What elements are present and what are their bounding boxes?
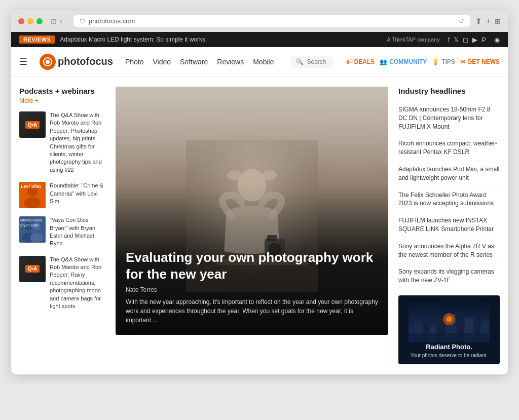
ad-cityscape	[409, 301, 490, 342]
headline-item[interactable]: Sony expands its vlogging cameras with t…	[398, 263, 500, 289]
photofocus-logo-svg	[43, 57, 53, 67]
site-logo[interactable]: photofocus	[40, 54, 113, 70]
svg-point-10	[30, 233, 43, 243]
rss-icon[interactable]: ◉	[494, 36, 500, 44]
tips-label: TIPS	[441, 58, 455, 65]
headline-item[interactable]: The Felix Schoeller Photo Award 2023 is …	[398, 187, 500, 213]
svg-point-15	[227, 170, 241, 180]
tips-button[interactable]: 💡 TIPS	[432, 58, 455, 65]
nav-software[interactable]: Software	[180, 58, 208, 66]
get-news-button[interactable]: ✉ GET NEWS	[460, 58, 500, 65]
back-button[interactable]: ‹	[60, 17, 62, 26]
nav-reviews[interactable]: Reviews	[217, 58, 244, 66]
headline-item[interactable]: Sony announces the Alpha 7R V as the new…	[398, 238, 500, 264]
announcement-left: REVIEWS Adaptalux Macro LED light system…	[19, 35, 205, 44]
youtube-icon[interactable]: ▶	[472, 36, 477, 44]
thinktap-label: A ThinkTAP company	[387, 36, 440, 43]
logo-icon	[40, 54, 56, 70]
podcasts-sidebar: Podcasts + webinars More + Q•A The Q&A S…	[19, 87, 105, 364]
levi-sim-avatar: Levi Slim	[19, 182, 46, 208]
instagram-icon[interactable]: ◻	[463, 36, 468, 44]
browser-dots	[18, 18, 43, 24]
hero-title: Evaluating your own photography work for…	[126, 249, 378, 282]
twitter-icon[interactable]: 𝕏	[454, 36, 459, 44]
maximize-dot[interactable]	[36, 18, 43, 24]
hamburger-menu[interactable]: ☰	[19, 56, 27, 67]
website-content: REVIEWS Adaptalux Macro LED light system…	[11, 32, 508, 374]
bryan-esler-avatar: Michael Ryno Bryan Esler	[19, 216, 46, 243]
svg-point-14	[238, 169, 266, 202]
shield-icon: 🛡	[80, 18, 86, 25]
qa-badge2: Q•A	[25, 265, 40, 273]
svg-point-33	[446, 316, 452, 322]
ad-subtitle: Your photos deserve to be radiant.	[404, 353, 494, 358]
browser-titlebar: ⊡ ‹ › 🛡 photofocus.com ↺ ⬆ + ⊞	[11, 10, 508, 32]
search-bar[interactable]: 🔍	[290, 56, 333, 68]
community-button[interactable]: 👥 COMMUNITY	[380, 58, 427, 65]
announcement-bar: REVIEWS Adaptalux Macro LED light system…	[11, 32, 508, 47]
pinterest-icon[interactable]: P	[481, 36, 486, 44]
nav-photo[interactable]: Photo	[125, 58, 144, 66]
podcast-text-1: The Q&A Show with Rob Moroto and Ron Pep…	[50, 111, 105, 174]
search-icon: 🔍	[296, 58, 304, 65]
headline-item[interactable]: Ricoh announces compact, weather-resista…	[398, 135, 500, 161]
podcast-item[interactable]: Levi Slim Roundtable: "Crime & Cameras" …	[19, 182, 105, 208]
svg-point-16	[263, 170, 277, 180]
ad-banner[interactable]: Radiant Photo. Your photos deserve to be…	[398, 295, 500, 364]
close-dot[interactable]	[18, 18, 24, 24]
deals-label: DEALS	[354, 58, 375, 65]
podcast-text-2: Roundtable: "Crime & Cameras" with Levi …	[50, 182, 105, 205]
svg-text:Levi Slim: Levi Slim	[21, 184, 41, 189]
svg-point-1	[46, 60, 50, 64]
reload-icon[interactable]: ↺	[459, 17, 464, 25]
podcast-item[interactable]: Q•A The Q&A Show with Rob Moroto and Ron…	[19, 111, 105, 174]
browser-window: ⊡ ‹ › 🛡 photofocus.com ↺ ⬆ + ⊞ REVIEWS A…	[11, 10, 508, 374]
main-navigation: ☰ photofocus Photo Video Software Review…	[11, 47, 508, 77]
browser-action-buttons: ⬆ + ⊞	[475, 17, 501, 26]
headline-item[interactable]: Adaptalux launches Pod Mini, a small and…	[398, 161, 500, 187]
minimize-dot[interactable]	[27, 18, 33, 24]
qa-badge: Q•A	[25, 121, 40, 129]
headlines-title: Industry headlines	[398, 87, 500, 95]
sidebar-title: Podcasts + webinars	[19, 87, 105, 95]
reviews-badge[interactable]: REVIEWS	[19, 35, 55, 44]
svg-rect-34	[409, 333, 490, 342]
search-input[interactable]	[307, 58, 327, 65]
hero-content: Evaluating your own photography work for…	[116, 239, 388, 335]
podcast-item[interactable]: Michael Ryno Bryan Esler "Vaya Con Dios …	[19, 216, 105, 248]
facebook-icon[interactable]: f	[448, 36, 450, 44]
nav-video[interactable]: Video	[153, 58, 171, 66]
sidebar-toggle-icon[interactable]: ⊡	[51, 17, 57, 25]
ad-title: Radiant Photo.	[404, 343, 494, 351]
podcast-text-4: The Q&A Show with Rob Moroto and Ron Pep…	[50, 256, 105, 311]
nav-actions: 🏷 DEALS 👥 COMMUNITY 💡 TIPS ✉ GET NEWS	[346, 58, 500, 65]
deals-button[interactable]: 🏷 DEALS	[346, 58, 375, 65]
hero-image[interactable]: Evaluating your own photography work for…	[116, 87, 388, 335]
nav-mobile[interactable]: Mobile	[253, 58, 274, 66]
news-label: GET NEWS	[467, 58, 500, 65]
social-icons: f 𝕏 ◻ ▶ P ◉	[448, 36, 500, 44]
community-label: COMMUNITY	[389, 58, 427, 65]
new-tab-icon[interactable]: +	[486, 17, 491, 26]
share-icon[interactable]: ⬆	[475, 17, 482, 26]
svg-text:Michael Ryno: Michael Ryno	[20, 218, 42, 222]
podcast-thumb-bryan: Michael Ryno Bryan Esler	[19, 216, 46, 243]
browser-nav-controls: ⊡ ‹ ›	[51, 17, 68, 26]
industry-headlines: Industry headlines SIGMA announces 18-50…	[398, 87, 500, 364]
announcement-right: A ThinkTAP company f 𝕏 ◻ ▶ P ◉	[387, 36, 500, 44]
headline-item[interactable]: SIGMA announces 18-50mm F2.8 DC DN | Con…	[398, 101, 500, 135]
podcast-item[interactable]: Q•A The Q&A Show with Rob Moroto and Ron…	[19, 256, 105, 311]
hero-author: Nate Torres	[126, 286, 378, 293]
podcast-thumb-levi: Levi Slim	[19, 182, 46, 208]
headline-item[interactable]: FUJIFILM launches new INSTAX SQUARE LINK…	[398, 212, 500, 238]
sidebar-more-link[interactable]: More +	[19, 97, 105, 104]
logo-text: photofocus	[58, 56, 113, 67]
podcast-thumb-qa: Q•A	[19, 111, 46, 138]
hero-excerpt: With the new year approaching, it's impo…	[126, 297, 378, 325]
podcast-thumb-qa2: Q•A	[19, 256, 46, 282]
svg-text:Bryan Esler: Bryan Esler	[20, 223, 39, 227]
announcement-text: Adaptalux Macro LED light system: So sim…	[60, 36, 205, 43]
address-bar[interactable]: 🛡 photofocus.com ↺	[73, 15, 470, 27]
forward-button[interactable]: ›	[65, 17, 68, 26]
tabs-icon[interactable]: ⊞	[495, 17, 501, 25]
